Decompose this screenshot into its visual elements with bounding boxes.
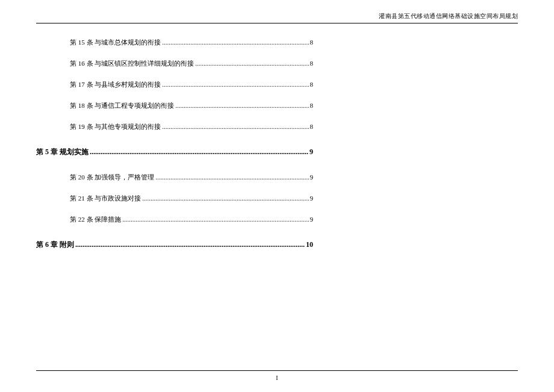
toc-entry: 第 17 条 与县域乡村规划的衔接8 <box>70 80 313 89</box>
toc-page-number: 8 <box>310 102 314 109</box>
toc-entry: 第 20 条 加强领导，严格管理9 <box>70 173 313 182</box>
toc-page-number: 8 <box>310 60 314 67</box>
toc-leader-dots <box>175 102 308 109</box>
toc-leader-dots <box>162 39 308 46</box>
page-number: I <box>276 375 278 381</box>
toc-label: 第 5 章 规划实施 <box>36 147 89 157</box>
toc-page-number: 8 <box>310 81 314 88</box>
toc-leader-dots <box>142 194 308 202</box>
toc-page-number: 10 <box>306 240 313 249</box>
header-title: 灌南县第五代移动通信网络基础设施空间布局规划 <box>379 13 518 19</box>
toc-page-number: 8 <box>310 123 314 130</box>
toc-label: 第 6 章 附则 <box>36 240 74 250</box>
toc-entry: 第 19 条 与其他专项规划的衔接8 <box>70 122 313 131</box>
toc-label: 第 21 条 与市政设施对接 <box>70 194 141 203</box>
toc-label: 第 20 条 加强领导，严格管理 <box>70 173 154 182</box>
toc-leader-dots <box>162 81 308 88</box>
toc-label: 第 16 条 与城区镇区控制性详细规划的衔接 <box>70 59 194 68</box>
toc-leader-dots <box>155 173 308 181</box>
toc-leader-dots <box>162 123 308 130</box>
toc-entry: 第 21 条 与市政设施对接9 <box>70 194 313 203</box>
toc-entry: 第 22 条 保障措施9 <box>70 215 313 224</box>
toc-label: 第 18 条 与通信工程专项规划的衔接 <box>70 101 174 110</box>
toc-entry: 第 16 条 与城区镇区控制性详细规划的衔接8 <box>70 59 313 68</box>
toc-page-number: 9 <box>310 173 314 181</box>
header-rule <box>36 23 518 23</box>
toc-entry: 第 18 条 与通信工程专项规划的衔接8 <box>70 101 313 110</box>
page-footer: I <box>0 370 554 381</box>
toc-page-number: 9 <box>310 148 313 157</box>
toc-label: 第 22 条 保障措施 <box>70 215 121 224</box>
toc-leader-dots <box>195 60 308 67</box>
table-of-contents: 第 15 条 与城市总体规划的衔接8第 16 条 与城区镇区控制性详细规划的衔接… <box>36 38 518 250</box>
toc-entry: 第 15 条 与城市总体规划的衔接8 <box>70 38 313 47</box>
toc-leader-dots <box>75 240 305 249</box>
toc-label: 第 19 条 与其他专项规划的衔接 <box>70 122 161 131</box>
toc-entry: 第 5 章 规划实施9 <box>36 147 313 157</box>
toc-leader-dots <box>122 216 308 223</box>
toc-page-number: 9 <box>310 194 314 202</box>
toc-entry: 第 6 章 附则10 <box>36 240 313 250</box>
toc-leader-dots <box>90 148 308 157</box>
page-header: 灌南县第五代移动通信网络基础设施空间布局规划 <box>36 12 518 23</box>
toc-label: 第 15 条 与城市总体规划的衔接 <box>70 38 161 47</box>
footer-rule <box>36 370 518 371</box>
toc-page-number: 8 <box>310 39 314 46</box>
toc-label: 第 17 条 与县域乡村规划的衔接 <box>70 80 161 89</box>
toc-page-number: 9 <box>310 216 314 223</box>
